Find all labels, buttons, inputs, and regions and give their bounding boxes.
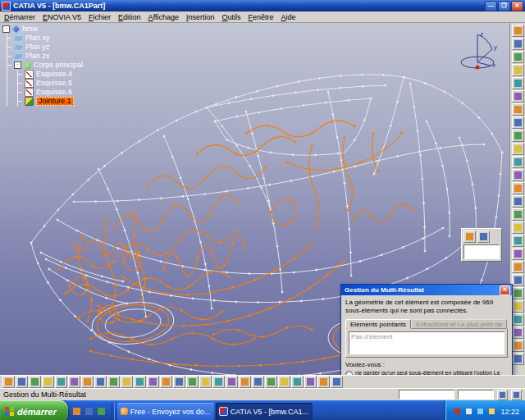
- zoom-out-icon[interactable]: [186, 376, 199, 388]
- tree-node-jointure[interactable]: Jointure.1: [18, 97, 83, 106]
- tree-node-esquisse-4[interactable]: Esquisse.4: [18, 70, 83, 79]
- menu-fenetre[interactable]: Fenêtre: [249, 13, 274, 21]
- rotation-icon[interactable]: [512, 261, 524, 273]
- tree-node-esquisse-6[interactable]: Esquisse.6: [18, 88, 83, 97]
- tree-node-plan-yz[interactable]: Plan yz: [7, 43, 83, 52]
- tree-node-corps-principal[interactable]: - Corps principal: [7, 61, 83, 70]
- mail-icon[interactable]: [96, 406, 107, 417]
- collapse-icon[interactable]: -: [14, 62, 21, 69]
- zoom-in-icon[interactable]: [173, 376, 185, 388]
- swap-visible-space-icon[interactable]: [278, 376, 290, 388]
- groove-icon[interactable]: [512, 90, 524, 103]
- clock[interactable]: 12:22: [500, 408, 519, 416]
- shading-edges-icon[interactable]: [239, 376, 251, 388]
- network-icon[interactable]: [476, 407, 485, 416]
- fit-all-icon[interactable]: [134, 376, 146, 388]
- sketcher-icon[interactable]: [512, 38, 524, 50]
- thickness-icon[interactable]: [512, 195, 524, 208]
- collapse-icon[interactable]: -: [2, 25, 10, 33]
- tree-label[interactable]: Esquisse.4: [36, 71, 72, 78]
- translation-icon[interactable]: [512, 248, 524, 260]
- shell-icon[interactable]: [512, 182, 524, 194]
- option-nearest[interactable]: ne garder qu'un seul sous-élément en uti…: [345, 370, 508, 375]
- multi-result-icon[interactable]: [463, 231, 476, 243]
- fillet-icon[interactable]: [512, 143, 524, 155]
- extract-icon[interactable]: [512, 353, 524, 365]
- radio-icon[interactable]: [345, 371, 353, 375]
- tab-elements-pointants[interactable]: Eléments pointants: [345, 319, 411, 329]
- browser-icon[interactable]: [84, 406, 94, 417]
- tab-extractions[interactable]: Extractions et Le plus près de: [411, 319, 507, 329]
- pad-icon[interactable]: [512, 51, 524, 63]
- close-icon[interactable]: ✕: [511, 1, 523, 11]
- fly-mode-icon[interactable]: [121, 376, 133, 388]
- rect-pattern-icon[interactable]: [512, 221, 524, 234]
- tree-label[interactable]: Esquisse.5: [36, 80, 72, 87]
- chamfer-icon[interactable]: [512, 156, 524, 168]
- copy-icon[interactable]: [68, 376, 80, 388]
- normal-view-icon[interactable]: [199, 376, 212, 388]
- menu-enovia[interactable]: ENOVIA V5: [43, 13, 81, 21]
- rotate-view-icon[interactable]: [160, 376, 172, 388]
- save-icon[interactable]: [29, 376, 41, 388]
- catia-icon[interactable]: [453, 407, 462, 416]
- start-button[interactable]: démarrer: [0, 400, 68, 420]
- undo-icon[interactable]: [94, 376, 107, 388]
- tree-label[interactable]: Plan xy: [25, 34, 50, 42]
- update-icon[interactable]: [304, 376, 317, 388]
- tree-node-plan-xy[interactable]: Plan xy: [7, 34, 83, 43]
- hole-icon[interactable]: [512, 103, 524, 116]
- paste-icon[interactable]: [81, 376, 94, 388]
- draft-icon[interactable]: [512, 169, 524, 181]
- split-icon[interactable]: [512, 326, 524, 339]
- sew-surface-icon[interactable]: [512, 340, 524, 352]
- mirror-icon[interactable]: [512, 208, 524, 221]
- task-catia[interactable]: CATIA V5 - [bmw.CA1...: [216, 403, 313, 420]
- minimize-icon[interactable]: —: [485, 1, 497, 11]
- circ-pattern-icon[interactable]: [512, 235, 524, 247]
- viewport-3d[interactable]: - bmw Plan xy Plan yz Plan zx - Corps pr…: [0, 23, 525, 375]
- select-icon[interactable]: [512, 25, 524, 37]
- measure-icon[interactable]: [317, 376, 330, 388]
- close-surface-icon[interactable]: [512, 313, 524, 326]
- dialog-title-bar[interactable]: Gestion du Multi-Résultat ✕: [341, 285, 512, 295]
- compass-anchor-dot[interactable]: [476, 66, 480, 70]
- new-icon[interactable]: [2, 376, 15, 388]
- status-field-command[interactable]: [399, 390, 454, 399]
- tree-label[interactable]: Esquisse.6: [36, 89, 72, 96]
- graph-tree-icon[interactable]: [291, 376, 304, 388]
- option-label[interactable]: ne garder qu'un seul sous-élément en uti…: [355, 370, 508, 375]
- tree-node-plan-zx[interactable]: Plan zx: [7, 52, 83, 61]
- rib-icon[interactable]: [512, 116, 524, 129]
- menu-fichier[interactable]: Fichier: [89, 13, 111, 21]
- boolean-icon[interactable]: [512, 300, 524, 313]
- task-free[interactable]: Free - Envoyez vos do...: [117, 403, 214, 420]
- tree-root-label[interactable]: bmw: [22, 25, 38, 33]
- stiffener-icon[interactable]: [512, 130, 524, 142]
- help-icon[interactable]: [331, 376, 343, 388]
- menu-outils[interactable]: Outils: [222, 13, 241, 21]
- open-icon[interactable]: [16, 376, 28, 388]
- iso-view-icon[interactable]: [212, 376, 225, 388]
- knowledge-icon[interactable]: [497, 390, 508, 400]
- shaft-icon[interactable]: [512, 77, 524, 89]
- compass[interactable]: z y x: [453, 26, 502, 74]
- symmetry-icon[interactable]: [512, 274, 524, 286]
- redo-icon[interactable]: [107, 376, 120, 388]
- updates-icon[interactable]: [487, 407, 496, 416]
- tree-label-selected[interactable]: Jointure.1: [36, 97, 74, 106]
- menu-insertion[interactable]: Insertion: [186, 13, 215, 21]
- tree-node-root[interactable]: - bmw: [2, 25, 83, 34]
- tree-label[interactable]: Corps principal: [34, 62, 83, 69]
- menu-aide[interactable]: Aide: [281, 13, 296, 21]
- wireframe-icon[interactable]: [252, 376, 264, 388]
- element-listbox[interactable]: Pas d'élément: [349, 331, 504, 354]
- scaling-icon[interactable]: [512, 287, 524, 299]
- pocket-icon[interactable]: [512, 64, 524, 76]
- cut-icon[interactable]: [55, 376, 67, 388]
- menu-demarrer[interactable]: Démarrer: [4, 13, 35, 21]
- dialog-close-icon[interactable]: ✕: [500, 285, 510, 295]
- show-desktop-icon[interactable]: [71, 406, 82, 417]
- shading-icon[interactable]: [226, 376, 238, 388]
- menu-affichage[interactable]: Affichage: [148, 13, 179, 21]
